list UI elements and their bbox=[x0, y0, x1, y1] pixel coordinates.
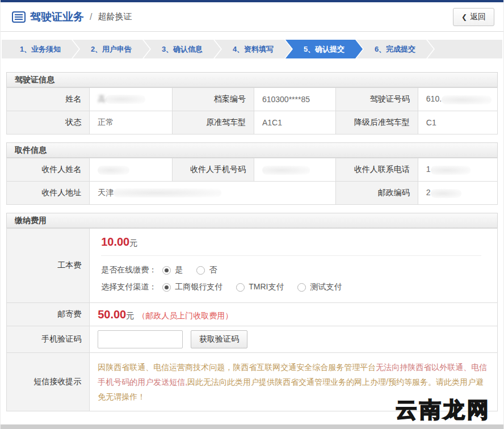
redacted-area bbox=[98, 166, 129, 175]
table-row: 收件人地址 天津 邮政编码 2 bbox=[7, 182, 498, 205]
status-value: 正常 bbox=[90, 111, 173, 134]
pickup-info-table: 收件人姓名 收件人手机号码 收件人联系电话 1 收件人地址 天津 邮政编码 2 bbox=[6, 158, 498, 205]
channel-icbc-label: 工商银行支付 bbox=[175, 282, 222, 292]
archive-no-value: 610300****85 bbox=[254, 88, 335, 111]
address-value: 天津 bbox=[90, 182, 335, 205]
step-3[interactable]: 3、确认信息 bbox=[144, 40, 221, 58]
pickup-info-section: 取件信息 收件人姓名 收件人手机号码 收件人联系电话 1 收件人地址 天津 邮政… bbox=[6, 142, 498, 205]
online-pay-no-label: 否 bbox=[209, 265, 217, 275]
recipient-phone-label: 收件人手机号码 bbox=[173, 158, 254, 182]
online-pay-line: 是否在线缴费： 是 否 bbox=[101, 262, 497, 279]
postfee-note: （邮政人员上门收取费用） bbox=[137, 311, 233, 320]
postfee-amount: 50.00 bbox=[98, 308, 126, 321]
pay-channel-line: 选择支付渠道： 工商银行支付 TMRI支付 测试支付 bbox=[101, 279, 497, 296]
name-label: 姓名 bbox=[7, 88, 90, 111]
captcha-row: 手机验证码 获取验证码 bbox=[7, 326, 498, 353]
divider bbox=[101, 255, 481, 256]
radio-checked-icon[interactable] bbox=[162, 266, 171, 275]
fee-section: 缴纳费用 工本费 10.00元 是否在线缴费： 是 bbox=[6, 213, 498, 411]
step-bar-filler bbox=[427, 40, 502, 58]
status-label: 状态 bbox=[7, 111, 90, 134]
sms-text-part1: 因陕西省联通、电信运营商技术问题，陕西省互联网交通安全综合服务管理平台 bbox=[98, 363, 376, 372]
list-form-icon bbox=[12, 11, 26, 23]
orig-class-value: A1C1 bbox=[254, 111, 335, 134]
radio-unchecked-icon[interactable] bbox=[236, 283, 245, 292]
postfee-unit: 元 bbox=[126, 311, 134, 320]
redacted-area bbox=[106, 95, 145, 104]
license-no-value: 610. bbox=[418, 88, 497, 111]
back-button-label: 返回 bbox=[470, 12, 486, 22]
recipient-tel-label: 收件人联系电话 bbox=[335, 158, 418, 182]
step-6[interactable]: 6、完成提交 bbox=[356, 40, 434, 58]
bottom-gray-strip bbox=[1, 424, 503, 429]
step-4[interactable]: 4、资料填写 bbox=[215, 40, 292, 58]
fee-table: 工本费 10.00元 是否在线缴费： 是 bbox=[6, 228, 498, 411]
back-chevron-icon: ❮ bbox=[461, 13, 467, 21]
online-pay-yes-option[interactable]: 是 bbox=[162, 265, 183, 275]
workfee-unit: 元 bbox=[129, 238, 137, 247]
title-separator: / bbox=[90, 12, 92, 22]
orig-class-label: 原准驾车型 bbox=[173, 111, 254, 134]
online-pay-no-option[interactable]: 否 bbox=[196, 265, 217, 275]
sms-notice-text: 因陕西省联通、电信运营商技术问题，陕西省互联网交通安全综合服务管理平台无法向持陕… bbox=[90, 353, 498, 411]
redacted-area bbox=[114, 188, 221, 197]
postfee-row: 邮寄费 50.00元（邮政人员上门收取费用） bbox=[7, 303, 498, 326]
redacted-area bbox=[442, 95, 492, 104]
captcha-label: 手机验证码 bbox=[7, 326, 90, 353]
license-no-label: 驾驶证号码 bbox=[335, 88, 418, 111]
table-row: 姓名 高 档案编号 610300****85 驾驶证号码 610. bbox=[7, 88, 498, 111]
header: 驾驶证业务 / 超龄换证 ❮ 返回 bbox=[1, 2, 503, 32]
radio-unchecked-icon[interactable] bbox=[196, 266, 205, 275]
table-row: 状态 正常 原准驾车型 A1C1 降级后准驾车型 C1 bbox=[7, 111, 498, 134]
step-wizard: 1、业务须知 2、用户申告 3、确认信息 4、资料填写 5、确认提交 6、完成提… bbox=[2, 40, 502, 58]
pay-channel-label: 选择支付渠道： bbox=[101, 282, 157, 292]
down-class-label: 降级后准驾车型 bbox=[335, 111, 418, 134]
postfee-cell: 50.00元（邮政人员上门收取费用） bbox=[90, 303, 498, 326]
page: 驾驶证业务 / 超龄换证 ❮ 返回 1、业务须知 2、用户申告 3、确认信息 4… bbox=[0, 0, 504, 429]
captcha-cell: 获取验证码 bbox=[90, 326, 498, 353]
get-captcha-button[interactable]: 获取验证码 bbox=[191, 330, 247, 348]
online-pay-yes-label: 是 bbox=[175, 265, 183, 275]
back-button[interactable]: ❮ 返回 bbox=[453, 8, 494, 26]
archive-no-label: 档案编号 bbox=[173, 88, 254, 111]
online-pay-label: 是否在线缴费： bbox=[101, 265, 157, 275]
postfee-label: 邮寄费 bbox=[7, 303, 90, 326]
step-2[interactable]: 2、用户申告 bbox=[73, 40, 150, 58]
pickup-section-title: 取件信息 bbox=[6, 142, 498, 158]
channel-tmri-label: TMRI支付 bbox=[249, 282, 284, 292]
table-row: 收件人姓名 收件人手机号码 收件人联系电话 1 bbox=[7, 158, 498, 182]
workfee-cell: 10.00元 是否在线缴费： 是 否 bbox=[90, 229, 498, 303]
redacted-area bbox=[262, 166, 310, 175]
step-1[interactable]: 1、业务须知 bbox=[2, 40, 79, 58]
channel-tmri-option[interactable]: TMRI支付 bbox=[236, 282, 284, 292]
license-info-table: 姓名 高 档案编号 610300****85 驾驶证号码 610. 状态 正常 … bbox=[6, 87, 498, 134]
recipient-phone-value bbox=[254, 158, 335, 182]
license-section-title: 驾驶证信息 bbox=[6, 72, 498, 87]
recipient-tel-value: 1 bbox=[418, 158, 497, 182]
radio-checked-icon[interactable] bbox=[162, 283, 171, 292]
recipient-name-label: 收件人姓名 bbox=[7, 158, 90, 182]
workfee-label: 工本费 bbox=[7, 229, 90, 303]
page-title: 驾驶证业务 bbox=[30, 10, 84, 24]
content: 驾驶证信息 姓名 高 档案编号 610300****85 驾驶证号码 610. … bbox=[1, 72, 503, 429]
workfee-row: 工本费 10.00元 是否在线缴费： 是 bbox=[7, 229, 498, 303]
name-value: 高 bbox=[90, 88, 173, 111]
down-class-value: C1 bbox=[418, 111, 497, 134]
postcode-value: 2 bbox=[418, 182, 497, 205]
channel-icbc-option[interactable]: 工商银行支付 bbox=[162, 282, 222, 292]
address-label: 收件人地址 bbox=[7, 182, 90, 205]
sms-notice-row: 短信接收提示 因陕西省联通、电信运营商技术问题，陕西省互联网交通安全综合服务管理… bbox=[7, 353, 498, 411]
redacted-area bbox=[431, 189, 461, 198]
postcode-label: 邮政编码 bbox=[335, 182, 418, 205]
channel-test-label: 测试支付 bbox=[310, 282, 342, 292]
redacted-area bbox=[431, 166, 471, 175]
workfee-amount: 10.00 bbox=[101, 235, 129, 248]
channel-test-option[interactable]: 测试支付 bbox=[297, 282, 342, 292]
fee-section-title: 缴纳费用 bbox=[6, 213, 498, 228]
captcha-input[interactable] bbox=[98, 330, 183, 348]
radio-unchecked-icon[interactable] bbox=[297, 283, 306, 292]
license-info-section: 驾驶证信息 姓名 高 档案编号 610300****85 驾驶证号码 610. … bbox=[6, 72, 498, 134]
breadcrumb: 驾驶证业务 / 超龄换证 bbox=[12, 10, 132, 24]
page-subtitle: 超龄换证 bbox=[98, 11, 132, 22]
step-5-active[interactable]: 5、确认提交 bbox=[285, 40, 363, 58]
